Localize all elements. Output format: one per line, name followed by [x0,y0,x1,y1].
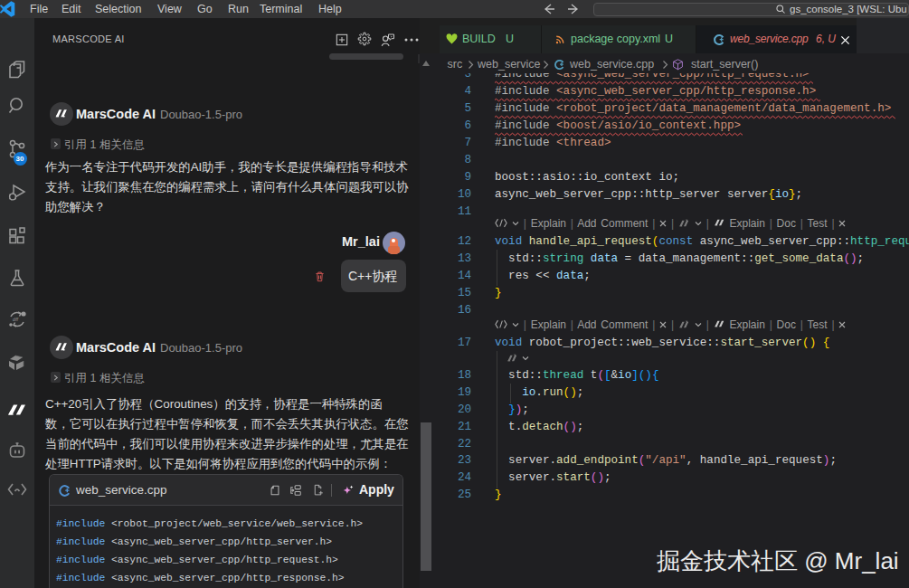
svg-text:diff: diff [13,318,19,322]
